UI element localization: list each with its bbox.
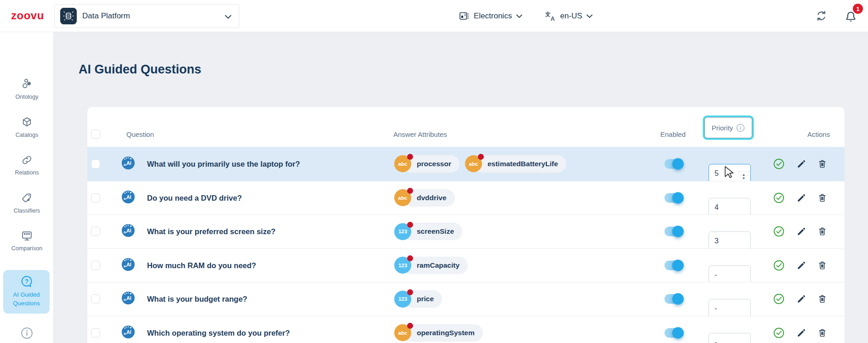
table-row: Which operating system do you prefer? ab… <box>87 316 845 343</box>
row-checkbox[interactable] <box>91 159 100 169</box>
priority-column-header[interactable]: Priority <box>704 117 752 138</box>
question-text: What will you primarily use the laptop f… <box>147 159 300 168</box>
svg-text:A: A <box>550 16 555 22</box>
column-header-question: Question <box>126 130 154 138</box>
sidebar-item-comparison[interactable]: Comparison <box>0 230 54 252</box>
question-text: How much RAM do you need? <box>147 261 256 270</box>
product-switcher-label: Data Platform <box>82 11 130 21</box>
row-checkbox[interactable] <box>91 227 100 236</box>
attribute-type-badge: abc <box>394 189 411 206</box>
delete-button[interactable] <box>817 227 827 236</box>
sidebar-item-ontology[interactable]: Ontology <box>0 78 54 100</box>
delete-button[interactable] <box>817 260 827 270</box>
edit-button[interactable] <box>796 226 806 236</box>
sidebar-item-label: AI GuidedQuestions <box>13 291 40 308</box>
attribute-name: operatingSystem <box>403 324 483 342</box>
catalog-selector-label: Electronics <box>474 11 512 21</box>
approve-button[interactable] <box>773 192 785 204</box>
delete-button[interactable] <box>817 328 827 337</box>
ai-question-icon <box>121 325 135 339</box>
edit-button[interactable] <box>796 294 806 304</box>
attribute-chip[interactable]: 123 screenSize <box>394 223 462 240</box>
select-all-checkbox[interactable] <box>91 129 100 139</box>
column-header-actions: Actions <box>807 130 830 138</box>
approve-button[interactable] <box>773 327 785 339</box>
approve-button[interactable] <box>773 259 785 271</box>
attribute-chip[interactable]: 123 price <box>394 290 442 308</box>
enabled-toggle[interactable] <box>664 294 683 304</box>
product-switcher[interactable]: Data Platform <box>54 4 239 28</box>
check-circle-icon <box>773 293 785 305</box>
approve-button[interactable] <box>773 293 785 305</box>
approve-button[interactable] <box>773 225 785 237</box>
row-checkbox[interactable] <box>91 328 100 337</box>
row-checkbox[interactable] <box>91 193 100 202</box>
attribute-chip[interactable]: 123 ramCapacity <box>394 257 468 274</box>
device-icon <box>459 11 470 22</box>
table-row: How much RAM do you need? 123 ramCapacit… <box>87 248 845 282</box>
sidebar-item-catalogs[interactable]: Catalogs <box>0 116 54 138</box>
number-spinner[interactable]: ▲▼ <box>739 172 749 175</box>
answer-attributes: 123 screenSize <box>394 223 462 240</box>
enabled-toggle[interactable] <box>664 227 683 236</box>
catalogs-icon <box>21 116 33 129</box>
question-text: What is your preferred screen size? <box>147 227 276 236</box>
help-info-button[interactable] <box>21 327 33 341</box>
pencil-icon <box>796 226 806 236</box>
ontology-icon <box>21 78 33 90</box>
attribute-alert-dot <box>407 255 413 261</box>
attribute-type-badge: abc <box>465 155 482 172</box>
info-icon <box>21 327 33 339</box>
approve-button[interactable] <box>773 158 785 170</box>
enabled-toggle[interactable] <box>664 193 683 202</box>
row-checkbox[interactable] <box>91 261 100 270</box>
check-circle-icon <box>773 327 785 339</box>
edit-button[interactable] <box>796 260 806 270</box>
refresh-button[interactable] <box>815 10 828 23</box>
locale-selector[interactable]: A en-US <box>544 0 593 32</box>
question-text: Which operating system do you prefer? <box>147 328 290 337</box>
enabled-toggle[interactable] <box>664 159 683 169</box>
ai-guided-questions-icon: ? <box>20 275 33 288</box>
edit-button[interactable] <box>796 328 806 338</box>
row-checkbox[interactable] <box>91 294 100 304</box>
sidebar-item-label: Catalogs <box>16 132 38 138</box>
column-header-answer-attributes: Answer Attributes <box>393 130 447 138</box>
catalog-selector[interactable]: Electronics <box>459 0 522 32</box>
attribute-chip[interactable]: abc dvddrive <box>394 189 455 207</box>
edit-button[interactable] <box>796 159 806 169</box>
spinner-down-icon[interactable]: ▼ <box>742 177 746 180</box>
delete-button[interactable] <box>817 294 827 304</box>
priority-input[interactable] <box>709 333 751 343</box>
attribute-chip[interactable]: abc operatingSystem <box>394 324 483 342</box>
sidebar-item-label: Classifiers <box>14 208 40 214</box>
chevron-down-icon <box>516 14 522 18</box>
answer-attributes: 123 price <box>394 290 442 308</box>
svg-text:?: ? <box>24 278 28 285</box>
attribute-chip[interactable]: abc processor <box>394 155 460 173</box>
table-row: What is your preferred screen size? 123 … <box>87 214 845 248</box>
enabled-toggle[interactable] <box>664 328 683 337</box>
classifiers-icon <box>21 192 33 204</box>
enabled-toggle[interactable] <box>664 260 683 270</box>
delete-button[interactable] <box>817 159 827 169</box>
ai-question-icon <box>121 224 135 237</box>
pencil-icon <box>796 294 806 304</box>
sidebar-item-classifiers[interactable]: Classifiers <box>0 192 54 214</box>
sidebar-item-ai-guided-questions[interactable]: ? AI GuidedQuestions <box>3 270 50 314</box>
sidebar-item-label: Relations <box>15 169 39 176</box>
sidebar-item-relations[interactable]: Relations <box>0 154 54 176</box>
chevron-down-icon <box>225 15 232 19</box>
delete-button[interactable] <box>817 193 827 202</box>
trash-icon <box>817 260 827 270</box>
trash-icon <box>817 159 827 169</box>
table-row: Do you need a DVD drive? abc dvddrive <box>87 181 845 215</box>
attribute-type-badge: 123 <box>394 291 411 308</box>
edit-button[interactable] <box>796 193 806 203</box>
attribute-type-badge: abc <box>394 324 411 341</box>
answer-attributes: abc operatingSystem <box>394 324 483 342</box>
questions-table-card: Priority Question Answer Attributes Enab… <box>87 107 845 343</box>
notification-count-badge[interactable]: 1 <box>853 4 863 14</box>
check-circle-icon <box>773 158 785 170</box>
attribute-chip[interactable]: abc estimatedBatteryLife <box>465 155 566 173</box>
